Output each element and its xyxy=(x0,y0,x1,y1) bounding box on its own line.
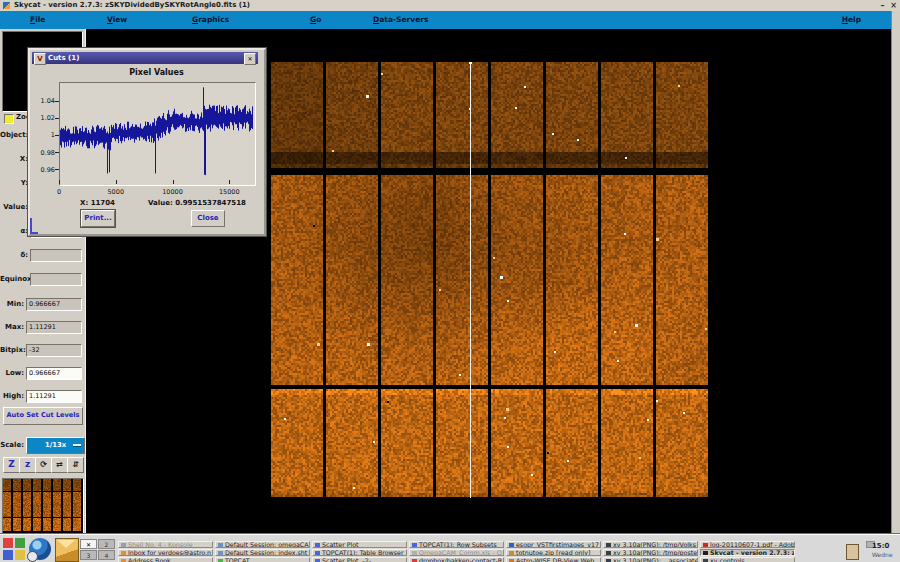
task-button[interactable]: Address Book xyxy=(118,557,213,562)
x-tick-mark xyxy=(173,180,174,184)
menu-help[interactable]: Help xyxy=(842,15,861,24)
field-entry-6[interactable] xyxy=(30,273,82,286)
task-app-icon xyxy=(606,559,611,562)
plot-title: Pixel Values xyxy=(59,68,254,77)
zoom-in-button[interactable]: Z xyxy=(3,457,20,473)
taskbar: ✕234 Shell No. 4 - KonsoleInbox for verd… xyxy=(0,534,900,562)
task-button[interactable]: OmegaCAM_Comm.xls - O xyxy=(409,549,504,556)
cuts-dialog-close-icon[interactable]: ✕ xyxy=(244,53,256,65)
cuts-sysmenu-icon[interactable]: V xyxy=(34,53,46,65)
window-close-button[interactable]: × xyxy=(889,2,898,10)
menu-file[interactable]: File xyxy=(30,15,45,24)
field-entry-high[interactable]: 1.11291 xyxy=(26,390,82,403)
task-button[interactable]: TOPCAT xyxy=(215,557,310,562)
task-button[interactable]: xv 3.10a(PNG): /tmp/Volks xyxy=(603,541,698,548)
task-button[interactable]: xv 3.10a(PNG): /tmp/poste xyxy=(603,549,698,556)
task-button[interactable]: TOPCAT(1): Row Subsets xyxy=(409,541,504,548)
field-entry-bitpix[interactable]: -32 xyxy=(26,344,82,357)
scale-label: Scale: xyxy=(0,441,24,449)
task-button[interactable]: totnutoe.zip [read only] xyxy=(506,549,601,556)
rotate-button[interactable]: ⟳ xyxy=(35,457,52,473)
task-label: Scatter Plot. -2- xyxy=(322,557,371,562)
flip-y-button[interactable]: ⇵ xyxy=(67,457,84,473)
task-button[interactable]: dropbox/bakken-contact-R xyxy=(409,557,504,562)
resize-corner-mark[interactable] xyxy=(30,218,38,234)
clipboard-tray-icon[interactable] xyxy=(846,544,859,560)
cuts-dialog-titlebar[interactable]: V Cuts (1) ✕ xyxy=(32,52,258,64)
task-button[interactable]: Default Session: index.sht xyxy=(215,549,310,556)
task-button[interactable]: Skycat - version 2.7.3: z xyxy=(700,549,795,556)
task-button[interactable]: xv 3.10a(PNG): ...associate xyxy=(603,557,698,562)
menu-help-rest: elp xyxy=(848,15,861,24)
task-label: xv controls xyxy=(710,557,745,562)
close-button[interactable]: Close xyxy=(191,210,225,227)
task-app-icon xyxy=(412,543,417,548)
task-label: Address Book xyxy=(128,557,171,562)
desktop-pager[interactable]: ✕234 xyxy=(80,539,116,561)
task-app-icon xyxy=(606,543,611,548)
task-app-icon xyxy=(218,559,223,562)
menu-data-servers[interactable]: Data-Servers xyxy=(373,15,428,24)
auto-set-cut-levels-button[interactable]: Auto Set Cut Levels xyxy=(3,407,83,425)
field-label-δ: δ: xyxy=(0,251,28,259)
pixel-values-trace xyxy=(61,87,253,175)
pager-cell-3[interactable]: 3 xyxy=(80,550,97,560)
menu-view[interactable]: View xyxy=(107,15,127,24)
field-entry-min[interactable]: 0.966667 xyxy=(26,298,82,311)
browser-globe-icon[interactable] xyxy=(29,538,51,560)
flip-x-button[interactable]: ⇄ xyxy=(51,457,68,473)
task-app-icon xyxy=(509,559,514,562)
task-button[interactable]: xv controls xyxy=(700,557,795,562)
menubar: Help FileViewGraphicsGoData-Servers xyxy=(0,11,891,29)
pager-cell-1[interactable]: ✕ xyxy=(80,539,97,549)
y-tick-mark xyxy=(55,169,59,170)
menu-graphics[interactable]: Graphics xyxy=(192,15,229,24)
y-tick-label: 1 xyxy=(30,131,55,139)
zoom-out-button[interactable]: z xyxy=(19,457,36,473)
task-label: xv 3.10a(PNG): /tmp/poste xyxy=(613,549,697,556)
zoom-toggle-checkbox[interactable] xyxy=(4,114,14,124)
task-app-icon xyxy=(121,551,126,556)
scale-value: 1/13x xyxy=(45,441,66,449)
pager-cell-2[interactable]: 2 xyxy=(98,539,115,549)
x-tick-label: 5000 xyxy=(104,188,128,196)
scale-dropdown[interactable]: 1/13x xyxy=(26,437,85,454)
y-tick-label: 1.02 xyxy=(30,114,55,122)
pan-window[interactable] xyxy=(2,478,84,534)
app-menu-icon[interactable] xyxy=(3,538,25,560)
task-label: dropbox/bakken-contact-R xyxy=(419,557,502,562)
field-entry-max[interactable]: 1.11291 xyxy=(26,321,82,334)
task-button[interactable]: Scatter Plot xyxy=(312,541,407,548)
x-tick-mark xyxy=(59,180,60,184)
print-button[interactable]: Print... xyxy=(81,210,115,227)
task-button[interactable]: TOPCAT(1): Table Browser xyxy=(312,549,407,556)
y-tick-mark xyxy=(55,135,59,136)
y-tick-label: 1.04 xyxy=(30,97,55,105)
task-button[interactable]: Default Session: omegaCA xyxy=(215,541,310,548)
window-right-border xyxy=(891,11,900,534)
field-entry-5[interactable] xyxy=(30,249,82,262)
task-button[interactable]: esopr_VSTfirstimages_v17 xyxy=(506,541,601,548)
y-tick-mark xyxy=(55,152,59,153)
task-button[interactable]: Scatter Plot. -2- xyxy=(312,557,407,562)
fits-image-mosaic[interactable] xyxy=(271,62,708,498)
y-tick-mark xyxy=(55,101,59,102)
menu-go[interactable]: Go xyxy=(310,15,321,24)
task-label: Default Session: omegaCA xyxy=(225,541,309,548)
task-button[interactable]: Inbox for verdoes@astro.n xyxy=(118,549,213,556)
task-label: totnutoe.zip [read only] xyxy=(516,549,590,556)
task-label: xv 3.10a(PNG): ...associate xyxy=(613,557,698,562)
task-app-icon xyxy=(509,543,514,548)
task-label: OmegaCAM_Comm.xls - O xyxy=(419,549,502,556)
pager-cell-4[interactable]: 4 xyxy=(98,550,115,560)
task-button[interactable]: log-20110607-1.pdf - Adob xyxy=(700,541,795,548)
window-minimize-button[interactable]: – xyxy=(878,2,887,10)
task-app-icon xyxy=(509,551,514,556)
x-tick-label: 10000 xyxy=(161,188,185,196)
task-button[interactable]: Astro-WISE DB-View Web xyxy=(506,557,601,562)
mail-icon[interactable] xyxy=(55,538,79,562)
field-label-value: Value: xyxy=(0,203,28,211)
field-entry-low[interactable]: 0.966667 xyxy=(26,367,82,380)
task-button[interactable]: Shell No. 4 - Konsole xyxy=(118,541,213,548)
cursor-x-readout: X: 11704 xyxy=(80,199,115,207)
